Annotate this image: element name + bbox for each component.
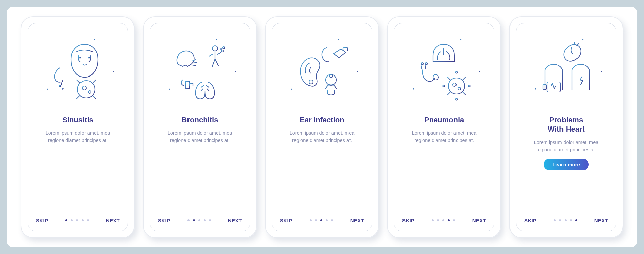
sinusitis-icon (39, 32, 116, 109)
onboarding-screen: Bronchitis Lorem ipsum dolor amet, mea r… (150, 23, 250, 231)
svg-line-39 (463, 77, 465, 80)
skip-button[interactable]: SKIP (402, 218, 414, 223)
svg-point-27 (409, 35, 480, 106)
page-indicator (432, 219, 455, 221)
page-indicator (554, 219, 577, 221)
screen-title: Ear Infection (300, 115, 344, 125)
ear-infection-icon (283, 32, 361, 109)
svg-point-31 (448, 78, 465, 94)
pneumonia-icon (406, 32, 483, 109)
svg-point-1 (80, 57, 81, 58)
svg-rect-17 (185, 81, 190, 89)
next-button[interactable]: NEXT (228, 218, 242, 223)
svg-point-29 (421, 63, 423, 65)
svg-point-20 (223, 47, 225, 49)
screen-title: Problems With Heart (548, 115, 585, 134)
screen-description: Lorem ipsum dolor amet, mea regione diam… (526, 139, 606, 154)
svg-point-3 (59, 85, 60, 86)
bronchitis-icon (161, 32, 238, 109)
phone-mockup: Sinusitis Lorem ipsum dolor amet, mea re… (21, 16, 135, 238)
skip-button[interactable]: SKIP (36, 218, 48, 223)
svg-point-45 (469, 85, 470, 87)
svg-point-30 (425, 63, 427, 65)
svg-line-38 (448, 77, 450, 80)
learn-more-button[interactable]: Learn more (544, 159, 589, 170)
onboarding-screen: Sinusitis Lorem ipsum dolor amet, mea re… (28, 23, 128, 231)
svg-line-40 (448, 92, 450, 95)
screen-description: Lorem ipsum dolor amet, mea regione diam… (404, 129, 484, 144)
screen-description: Lorem ipsum dolor amet, mea regione diam… (38, 129, 118, 144)
svg-point-16 (164, 35, 235, 106)
next-button[interactable]: NEXT (350, 218, 364, 223)
svg-line-13 (93, 80, 96, 83)
heart-problems-icon (528, 32, 605, 109)
onboarding-nav: SKIP NEXT (280, 218, 364, 223)
svg-point-5 (77, 81, 95, 98)
page-indicator (65, 219, 89, 221)
svg-point-2 (89, 57, 90, 58)
next-button[interactable]: NEXT (594, 218, 608, 223)
onboarding-nav: SKIP NEXT (36, 218, 120, 223)
phone-mockup: Pneumonia Lorem ipsum dolor amet, mea re… (387, 16, 501, 238)
phone-mockup: Problems With Heart Lorem ipsum dolor am… (509, 16, 623, 238)
svg-point-44 (443, 85, 445, 87)
page-indicator (187, 219, 211, 221)
onboarding-nav: SKIP NEXT (402, 218, 486, 223)
svg-point-23 (309, 80, 313, 84)
onboarding-nav: SKIP NEXT (158, 218, 242, 223)
svg-line-15 (93, 96, 96, 99)
screen-description: Lorem ipsum dolor amet, mea regione diam… (282, 129, 362, 144)
phone-mockup: Bronchitis Lorem ipsum dolor amet, mea r… (143, 16, 257, 238)
svg-point-22 (286, 35, 358, 106)
svg-point-18 (212, 46, 218, 51)
next-button[interactable]: NEXT (472, 218, 486, 223)
screen-title: Bronchitis (182, 115, 218, 125)
svg-point-32 (453, 83, 456, 86)
screen-title: Sinusitis (62, 115, 93, 125)
svg-point-7 (88, 91, 91, 93)
mockup-row: Sinusitis Lorem ipsum dolor amet, mea re… (7, 7, 637, 247)
svg-point-28 (433, 74, 438, 80)
skip-button[interactable]: SKIP (158, 218, 170, 223)
onboarding-screen: Ear Infection Lorem ipsum dolor amet, me… (272, 23, 372, 231)
skip-button[interactable]: SKIP (280, 218, 292, 223)
svg-point-43 (456, 98, 458, 100)
phone-mockup: Ear Infection Lorem ipsum dolor amet, me… (265, 16, 379, 238)
onboarding-nav: SKIP NEXT (524, 218, 608, 223)
svg-point-46 (531, 35, 602, 106)
svg-line-41 (463, 92, 465, 95)
svg-line-12 (77, 80, 79, 83)
onboarding-screen: Pneumonia Lorem ipsum dolor amet, mea re… (394, 23, 494, 231)
page-indicator (310, 219, 333, 221)
svg-point-4 (62, 88, 63, 89)
svg-point-19 (220, 48, 222, 50)
onboarding-screen: Problems With Heart Lorem ipsum dolor am… (516, 23, 616, 231)
skip-button[interactable]: SKIP (524, 218, 536, 223)
svg-point-33 (458, 87, 461, 90)
screen-description: Lorem ipsum dolor amet, mea regione diam… (160, 129, 240, 144)
next-button[interactable]: NEXT (106, 218, 120, 223)
screen-title: Pneumonia (424, 115, 464, 125)
svg-point-6 (82, 86, 86, 90)
svg-line-14 (77, 96, 79, 99)
svg-point-21 (221, 50, 223, 52)
svg-point-42 (456, 71, 458, 73)
